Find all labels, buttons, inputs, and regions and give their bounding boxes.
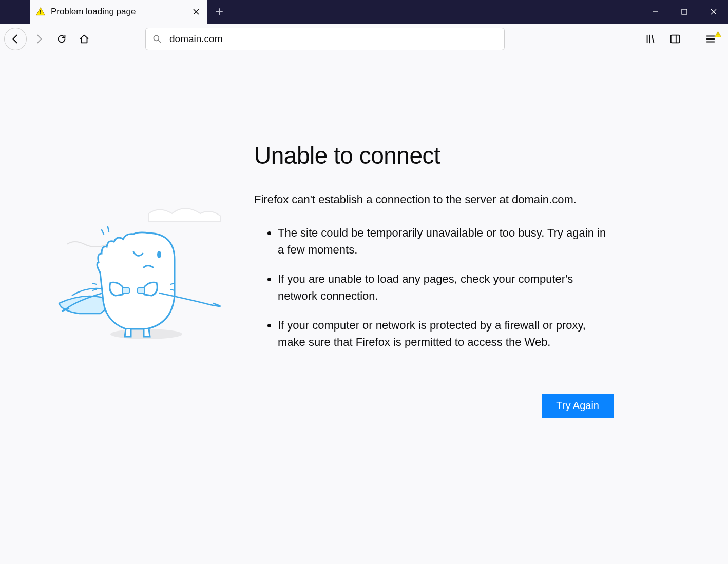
forward-button bbox=[29, 29, 49, 49]
navigation-toolbar bbox=[0, 24, 728, 54]
svg-point-8 bbox=[157, 251, 161, 258]
error-page-content: Unable to connect Firefox can't establis… bbox=[0, 54, 728, 418]
try-again-button[interactable]: Try Again bbox=[542, 394, 614, 418]
reload-button[interactable] bbox=[51, 29, 72, 49]
svg-rect-6 bbox=[718, 36, 718, 36]
svg-rect-10 bbox=[138, 288, 145, 293]
error-illustration bbox=[56, 142, 231, 418]
tab-title: Problem loading page bbox=[51, 7, 190, 17]
svg-rect-5 bbox=[718, 33, 718, 35]
svg-rect-0 bbox=[40, 10, 41, 13]
error-description: Firefox can't establish a connection to … bbox=[254, 192, 614, 208]
warning-icon bbox=[35, 7, 46, 17]
back-button[interactable] bbox=[4, 28, 27, 50]
maximize-button[interactable] bbox=[669, 0, 699, 24]
list-item: The site could be temporarily unavailabl… bbox=[278, 224, 614, 258]
menu-warning-badge-icon bbox=[714, 31, 722, 38]
list-item: If you are unable to load any pages, che… bbox=[278, 270, 614, 304]
sidebar-button[interactable] bbox=[665, 29, 685, 49]
browser-tab[interactable]: Problem loading page bbox=[30, 0, 207, 24]
url-input[interactable] bbox=[169, 33, 498, 45]
search-icon bbox=[152, 34, 162, 44]
close-window-button[interactable] bbox=[699, 0, 728, 24]
tab-close-button[interactable] bbox=[190, 6, 202, 18]
error-suggestions-list: The site could be temporarily unavailabl… bbox=[254, 224, 614, 351]
library-button[interactable] bbox=[640, 29, 661, 49]
svg-rect-2 bbox=[682, 9, 687, 14]
title-bar: Problem loading page bbox=[0, 0, 728, 24]
new-tab-button[interactable] bbox=[207, 0, 231, 24]
svg-rect-4 bbox=[671, 35, 680, 43]
list-item: If your computer or network is protected… bbox=[278, 317, 614, 351]
svg-rect-9 bbox=[122, 288, 129, 293]
svg-rect-1 bbox=[40, 13, 41, 14]
minimize-button[interactable] bbox=[640, 0, 669, 24]
address-bar[interactable] bbox=[145, 28, 505, 50]
svg-point-3 bbox=[154, 35, 159, 41]
window-controls bbox=[640, 0, 728, 24]
error-title: Unable to connect bbox=[254, 142, 614, 169]
home-button[interactable] bbox=[74, 29, 94, 49]
